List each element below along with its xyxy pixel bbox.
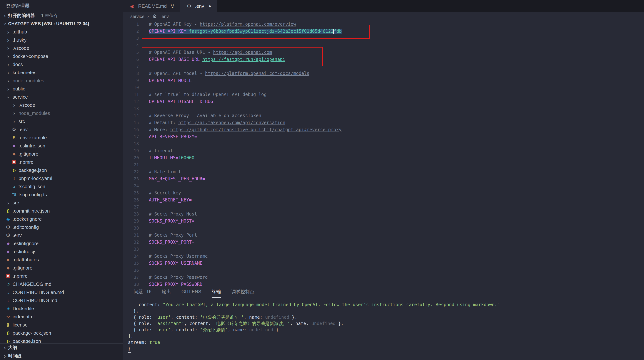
tree-file-.eslintrc.cjs[interactable]: .eslintrc.cjs bbox=[0, 248, 123, 256]
tree-file-.env[interactable]: .env bbox=[0, 231, 123, 239]
tree-file-.gitignore[interactable]: .gitignore bbox=[0, 264, 123, 272]
line-number[interactable]: 24 bbox=[123, 182, 149, 189]
tree-folder-public[interactable]: public bbox=[0, 85, 123, 93]
code-line[interactable]: 21 bbox=[123, 161, 644, 168]
code-line[interactable]: 38SOCKS_PROXY_PASSWORD= bbox=[123, 281, 644, 286]
code-line[interactable]: 11# set `true` to disable OpenAI API deb… bbox=[123, 91, 644, 98]
tree-folder-docs[interactable]: docs bbox=[0, 60, 123, 68]
tree-folder-.vscode[interactable]: .vscode bbox=[0, 44, 123, 52]
line-number[interactable]: 35 bbox=[123, 260, 149, 267]
line-number[interactable]: 23 bbox=[123, 175, 149, 182]
line-number[interactable]: 3 bbox=[123, 35, 149, 42]
line-number[interactable]: 32 bbox=[123, 239, 149, 246]
open-editors-header[interactable]: 打开的编辑器 1 未保存 bbox=[0, 11, 123, 19]
code-line[interactable]: 5# OpenAI API Base URL - https://api.ope… bbox=[123, 49, 644, 56]
code-line[interactable]: 16# More: https://github.com/transitive-… bbox=[123, 126, 644, 133]
tree-file-tsup.config.ts[interactable]: tsup.config.ts bbox=[0, 191, 123, 199]
line-number[interactable]: 7 bbox=[123, 63, 149, 70]
line-number[interactable]: 16 bbox=[123, 126, 149, 133]
tree-folder-kubernetes[interactable]: kubernetes bbox=[0, 68, 123, 77]
breadcrumb-folder[interactable]: service bbox=[130, 14, 144, 19]
panel-tab-debug-console[interactable]: 调试控制台 bbox=[231, 286, 254, 298]
tree-file-.gitattributes[interactable]: .gitattributes bbox=[0, 256, 123, 264]
panel-tab-terminal[interactable]: 终端 bbox=[212, 286, 221, 298]
panel-tab-problems[interactable]: 问题16 bbox=[134, 286, 152, 298]
tree-file-Dockerfile[interactable]: Dockerfile bbox=[0, 305, 123, 313]
code-line[interactable]: 28# Socks Proxy Host bbox=[123, 211, 644, 218]
line-number[interactable]: 14 bbox=[123, 112, 149, 119]
line-number[interactable]: 33 bbox=[123, 246, 149, 253]
tree-folder-node_modules[interactable]: node_modules bbox=[0, 109, 123, 117]
tree-folder-service[interactable]: service bbox=[0, 93, 123, 101]
tab-env[interactable]: .env● bbox=[180, 0, 217, 12]
line-number[interactable]: 38 bbox=[123, 281, 149, 286]
code-line[interactable]: 33 bbox=[123, 246, 644, 253]
tree-file-package.json[interactable]: package.json bbox=[0, 337, 123, 343]
code-line[interactable]: 35SOCKS_PROXY_USERNAME= bbox=[123, 260, 644, 267]
code-line[interactable]: 29SOCKS_PROXY_HOST= bbox=[123, 218, 644, 225]
code-line[interactable]: 20TIMEOUT_MS=100000 bbox=[123, 154, 644, 161]
tree-file-package-lock.json[interactable]: package-lock.json bbox=[0, 329, 123, 337]
code-line[interactable]: 31# Socks Proxy Port bbox=[123, 232, 644, 239]
line-number[interactable]: 12 bbox=[123, 98, 149, 105]
tree-folder-node_modules[interactable]: node_modules bbox=[0, 77, 123, 85]
code-line[interactable]: 10 bbox=[123, 84, 644, 91]
tree-file-tsconfig.json[interactable]: tsconfig.json bbox=[0, 182, 123, 191]
tree-file-index.html[interactable]: index.html bbox=[0, 313, 123, 321]
code-line[interactable]: 26AUTH_SECRET_KEY= bbox=[123, 196, 644, 204]
code-line[interactable]: 32SOCKS_PROXY_PORT= bbox=[123, 239, 644, 246]
code-line[interactable]: 24 bbox=[123, 182, 644, 189]
outline-section-header[interactable]: 大纲 bbox=[0, 343, 123, 352]
line-number[interactable]: 21 bbox=[123, 161, 149, 168]
code-editor[interactable]: 1# OpenAI API Key - https://platform.ope… bbox=[123, 21, 644, 286]
line-number[interactable]: 34 bbox=[123, 253, 149, 260]
tree-file-.env.example[interactable]: .env.example bbox=[0, 134, 123, 142]
code-line[interactable]: 37# Socks Proxy Password bbox=[123, 274, 644, 281]
line-number[interactable]: 22 bbox=[123, 168, 149, 175]
line-number[interactable]: 6 bbox=[123, 56, 149, 63]
timeline-section-header[interactable]: 时间线 bbox=[0, 352, 123, 360]
line-number[interactable]: 29 bbox=[123, 218, 149, 225]
tree-file-CONTRIBUTING.md[interactable]: CONTRIBUTING.md bbox=[0, 296, 123, 305]
tree-file-.editorconfig[interactable]: .editorconfig bbox=[0, 223, 123, 231]
line-number[interactable]: 1 bbox=[123, 21, 149, 28]
tree-file-.npmrc[interactable]: .npmrc bbox=[0, 272, 123, 280]
line-number[interactable]: 15 bbox=[123, 119, 149, 126]
code-line[interactable]: 19# timeout bbox=[123, 147, 644, 154]
line-number[interactable]: 31 bbox=[123, 232, 149, 239]
code-line[interactable]: 3 bbox=[123, 35, 644, 42]
code-line[interactable]: 22# Rate Limit bbox=[123, 168, 644, 175]
tree-file-CHANGELOG.md[interactable]: CHANGELOG.md bbox=[0, 280, 123, 288]
code-line[interactable]: 13 bbox=[123, 105, 644, 112]
tree-folder-.github[interactable]: .github bbox=[0, 28, 123, 36]
code-line[interactable]: 6OPENAI_API_BASE_URL=https://fastgpt.run… bbox=[123, 56, 644, 63]
line-number[interactable]: 27 bbox=[123, 204, 149, 211]
code-line[interactable]: 23MAX_REQUEST_PER_HOUR= bbox=[123, 175, 644, 182]
panel-tab-output[interactable]: 输出 bbox=[162, 286, 171, 298]
line-number[interactable]: 8 bbox=[123, 70, 149, 77]
code-line[interactable]: 9OPENAI_API_MODEL= bbox=[123, 77, 644, 84]
code-line[interactable]: 12OPENAI_API_DISABLE_DEBUG= bbox=[123, 98, 644, 105]
tree-file-pnpm-lock.yaml[interactable]: pnpm-lock.yaml bbox=[0, 174, 123, 182]
code-line[interactable]: 1# OpenAI API Key - https://platform.ope… bbox=[123, 21, 644, 28]
line-number[interactable]: 20 bbox=[123, 154, 149, 161]
code-line[interactable]: 25# Secret key bbox=[123, 189, 644, 196]
tree-folder-.vscode[interactable]: .vscode bbox=[0, 101, 123, 109]
line-number[interactable]: 5 bbox=[123, 49, 149, 56]
line-number[interactable]: 26 bbox=[123, 196, 149, 204]
tree-file-.eslintrc.json[interactable]: .eslintrc.json bbox=[0, 142, 123, 150]
line-number[interactable]: 25 bbox=[123, 189, 149, 196]
tree-file-package.json[interactable]: package.json bbox=[0, 166, 123, 174]
line-number[interactable]: 28 bbox=[123, 211, 149, 218]
tree-file-.npmrc[interactable]: .npmrc bbox=[0, 158, 123, 166]
line-number[interactable]: 17 bbox=[123, 133, 149, 140]
tree-file-.commitlintrc.json[interactable]: .commitlintrc.json bbox=[0, 207, 123, 215]
line-number[interactable]: 36 bbox=[123, 267, 149, 274]
line-number[interactable]: 18 bbox=[123, 140, 149, 147]
line-number[interactable]: 2 bbox=[123, 28, 149, 35]
tree-file-license[interactable]: license bbox=[0, 321, 123, 329]
tree-file-CONTRIBUTING.en.md[interactable]: CONTRIBUTING.en.md bbox=[0, 288, 123, 296]
code-line[interactable]: 4 bbox=[123, 42, 644, 49]
tree-file-.env[interactable]: .env bbox=[0, 125, 123, 134]
tree-folder-src[interactable]: src bbox=[0, 117, 123, 125]
